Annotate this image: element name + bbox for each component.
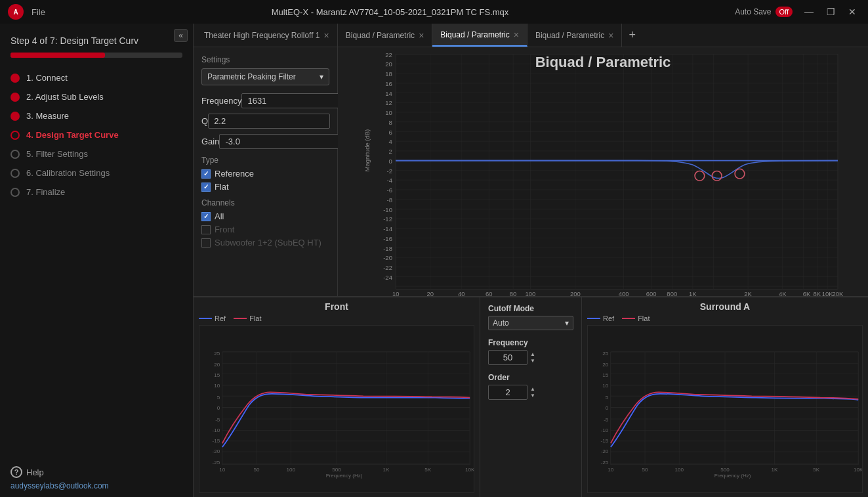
restore-button[interactable]: ❐ <box>823 5 839 18</box>
tab-close-2[interactable]: × <box>419 31 424 40</box>
tab-biquad-3[interactable]: Biquad / Parametric × <box>527 24 623 47</box>
svg-text:-25: -25 <box>213 460 220 465</box>
sidebar-item-calibration[interactable]: 6. Calibration Settings <box>10 163 182 183</box>
front-chart-svg: 25 20 15 10 5 0 -5 -10 -15 -20 -25 <box>199 326 474 492</box>
tab-close-3[interactable]: × <box>514 30 519 39</box>
front-x-labels: 10 50 100 500 1K 5K 10K <box>219 467 474 473</box>
tab-label: Biquad / Parametric <box>440 30 509 39</box>
filter-type-dropdown[interactable]: Parametric Peaking Filter ▾ <box>201 68 329 85</box>
biquad-chart: Biquad / Parametric <box>338 47 868 296</box>
autosave-toggle[interactable]: Off <box>775 7 793 17</box>
step-3-label: 3. Measure <box>26 111 69 121</box>
svg-text:0: 0 <box>389 158 392 165</box>
svg-text:80: 80 <box>510 290 517 296</box>
svg-text:40: 40 <box>458 290 465 296</box>
svg-text:5K: 5K <box>813 467 820 473</box>
svg-text:50: 50 <box>254 467 260 473</box>
progress-fill <box>10 53 105 58</box>
close-button[interactable]: ✕ <box>844 5 860 18</box>
step-1-label: 1. Connect <box>26 73 68 83</box>
svg-text:-10: -10 <box>601 427 609 433</box>
help-row[interactable]: ? Help <box>10 466 182 478</box>
svg-text:-5: -5 <box>604 417 609 423</box>
order-input[interactable] <box>488 385 527 400</box>
tab-label: Theater High Frequency Rolloff 1 <box>204 31 320 40</box>
subwoofer-label: Subwoofer 1+2 (SubEQ HT) <box>215 238 321 248</box>
settings-label: Settings <box>201 55 329 64</box>
flat-checkbox-row[interactable]: ✓ Flat <box>201 182 329 192</box>
svg-text:5K: 5K <box>424 467 432 473</box>
step-6-label: 6. Calibration Settings <box>26 168 110 178</box>
surround-x-title: Frequency (Hz) <box>714 473 751 479</box>
tab-theater-hf-rolloff[interactable]: Theater High Frequency Rolloff 1 × <box>196 24 338 47</box>
all-checkbox[interactable]: ✓ <box>201 212 211 221</box>
all-checkbox-row[interactable]: ✓ All <box>201 211 329 221</box>
sidebar-item-measure[interactable]: 3. Measure <box>10 106 182 125</box>
channels-section: Channels ✓ All Front Subwoofer 1+2 (SubE… <box>201 198 329 248</box>
step-dot-5 <box>10 150 20 159</box>
subwoofer-checkbox-row[interactable]: Subwoofer 1+2 (SubEQ HT) <box>201 238 329 248</box>
q-row: Q <box>201 114 329 129</box>
frequency-label: Frequency <box>201 96 241 106</box>
surround-mini-chart: 25 20 15 10 5 0 -5 -10 -15 -20 -25 <box>587 325 863 493</box>
tab-add-button[interactable]: + <box>622 28 642 42</box>
order-up[interactable]: ▲ <box>530 386 535 393</box>
reference-checkbox-row[interactable]: ✓ Reference <box>201 169 329 179</box>
subwoofer-checkbox[interactable] <box>201 238 211 248</box>
svg-text:-20: -20 <box>213 448 220 454</box>
surround-ref-label: Ref <box>603 314 614 322</box>
svg-text:15: 15 <box>602 372 609 378</box>
surround-legend: Ref Flat <box>587 314 863 322</box>
svg-text:16: 16 <box>385 80 392 87</box>
svg-text:-14: -14 <box>383 225 392 232</box>
step-label: Step 4 of 7: Design Target Curv <box>10 35 182 46</box>
tab-close-4[interactable]: × <box>608 31 613 40</box>
gain-input[interactable] <box>219 134 341 149</box>
frequency-up[interactable]: ▲ <box>530 351 535 358</box>
front-x-title: Frequency (Hz) <box>326 473 363 479</box>
gain-row: Gain <box>201 134 329 149</box>
svg-text:-5: -5 <box>215 417 220 423</box>
front-mini-chart: 25 20 15 10 5 0 -5 -10 -15 -20 -25 <box>199 325 474 493</box>
q-input[interactable] <box>208 114 330 129</box>
order-down[interactable]: ▼ <box>530 393 535 399</box>
front-checkbox[interactable] <box>201 225 211 234</box>
svg-text:-12: -12 <box>383 215 392 223</box>
cutoff-frequency-label: Frequency <box>488 338 573 347</box>
tab-label: Biquad / Parametric <box>535 31 604 40</box>
cutoff-frequency-value-row: ▲ ▼ <box>488 350 573 365</box>
svg-text:-10: -10 <box>213 427 220 433</box>
flat-checkbox[interactable]: ✓ <box>201 183 211 192</box>
frequency-down[interactable]: ▼ <box>530 358 535 364</box>
sidebar-item-adjust-sub[interactable]: 2. Adjust Sub Levels <box>10 87 182 106</box>
tab-label: Biquad / Parametric <box>346 31 415 40</box>
filter-type-value: Parametric Peaking Filter <box>207 72 296 81</box>
sidebar-item-connect[interactable]: 1. Connect <box>10 68 182 87</box>
order-spinner[interactable]: ▲ ▼ <box>530 386 535 399</box>
tab-close-1[interactable]: × <box>324 31 329 40</box>
svg-text:10: 10 <box>608 467 614 473</box>
svg-text:-20: -20 <box>383 254 392 261</box>
frequency-spinner[interactable]: ▲ ▼ <box>530 351 535 364</box>
svg-text:-24: -24 <box>383 274 392 281</box>
y-axis-labels: 22 20 18 16 14 12 10 8 6 4 2 0 - <box>383 51 392 281</box>
reference-checkbox[interactable]: ✓ <box>201 169 211 179</box>
svg-text:6K: 6K <box>803 290 811 296</box>
file-menu[interactable]: File <box>31 7 45 17</box>
minimize-button[interactable]: — <box>800 5 817 18</box>
step-dot-1 <box>10 74 20 83</box>
email-link[interactable]: audysseylabs@outlook.com <box>10 481 109 490</box>
tab-biquad-1[interactable]: Biquad / Parametric × <box>338 24 433 47</box>
cutoff-frequency-input[interactable] <box>488 350 527 365</box>
sidebar-item-design-target[interactable]: 4. Design Target Curve <box>10 125 182 144</box>
tab-biquad-2[interactable]: Biquad / Parametric × <box>432 24 527 47</box>
sidebar-item-finalize[interactable]: 7. Finalize <box>10 183 182 202</box>
svg-text:-10: -10 <box>383 206 392 213</box>
cutoff-mode-dropdown[interactable]: Auto ▾ <box>488 316 573 330</box>
type-label: Type <box>201 156 329 165</box>
step-4-label: 4. Design Target Curve <box>26 130 119 140</box>
sidebar-item-filter-settings[interactable]: 5. Filter Settings <box>10 144 182 163</box>
front-checkbox-row[interactable]: Front <box>201 225 329 234</box>
sidebar-collapse-button[interactable]: « <box>174 29 188 42</box>
bottom-panel: Front Ref Flat <box>194 297 868 497</box>
